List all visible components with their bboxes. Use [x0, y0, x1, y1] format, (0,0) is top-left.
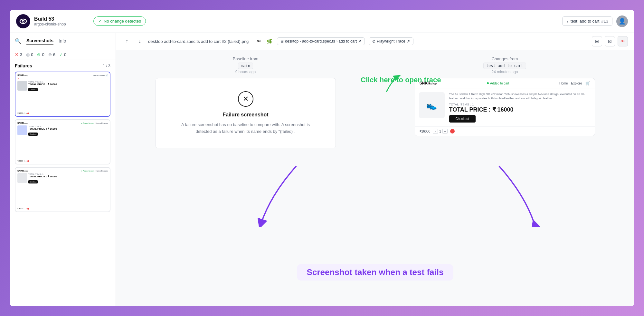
failures-header: Failures 1 / 3	[15, 63, 110, 68]
changes-label: Changes from	[492, 56, 518, 61]
build-title: Build 53	[34, 16, 66, 22]
qty-increase[interactable]: +	[442, 129, 448, 134]
split-view-button[interactable]: ⊟	[592, 36, 602, 46]
eye-icon[interactable]: 👁	[255, 37, 263, 45]
next-button[interactable]: ↓	[135, 37, 144, 46]
check-circle-icon: ✓	[98, 19, 102, 24]
playwright-trace-link[interactable]: ⊙ Playwright Trace ↗	[369, 37, 413, 45]
screenshot-list: SNKRshop Home Explore 🛒 ✕ TOTAL ITEMS : …	[15, 72, 110, 212]
failures-pagination: 1 / 3	[103, 64, 110, 68]
sidebar: 🔍 Screenshots Info ✕ 3 ◎ 0 ⊕ 0 ⊖	[10, 33, 116, 306]
prev-button[interactable]: ↑	[122, 37, 131, 46]
logo-area: Build 53 argos-ci/snkr-shop	[16, 14, 87, 28]
viewer-toolbar: ↑ ↓ desktop add-to-card.spec.ts add to c…	[116, 33, 634, 50]
branch-icon: ⑂	[566, 19, 569, 24]
filter-skipped[interactable]: ◎ 0	[26, 52, 33, 57]
tab-screenshots[interactable]: Screenshots	[26, 37, 53, 45]
snkr-details: The Air Jordan 1 Retro High OG «Crimson …	[449, 92, 591, 123]
filter-added[interactable]: ⊕ 0	[37, 52, 44, 57]
snkr-screenshot-card: SNKRshop Added to cart Home Explore 🛒	[415, 78, 595, 136]
build-subtitle: argos-ci/snkr-shop	[34, 22, 66, 26]
minus-circle-icon: ⊖	[48, 52, 52, 57]
baseline-time: 9 hours ago	[235, 70, 256, 74]
tab-info[interactable]: Info	[59, 37, 66, 45]
filter-removed[interactable]: ⊖ 6	[48, 52, 55, 57]
price-display: ₹16000	[420, 130, 431, 133]
no-change-badge: ✓ No change detected	[93, 16, 146, 26]
viewer: ↑ ↓ desktop add-to-card.spec.ts add to c…	[116, 33, 634, 306]
check-circle-icon-filter: ✓	[59, 52, 63, 57]
filter-unchanged-count: 0	[64, 52, 66, 57]
playwright-trace-label: Playwright Trace	[377, 39, 405, 44]
added-badge-text: Added to cart	[490, 82, 509, 85]
filter-failures[interactable]: ✕ 3	[15, 52, 22, 57]
app-container: Build 53 argos-ci/snkr-shop ✓ No change …	[10, 10, 634, 306]
external-link-icon: ↗	[358, 39, 361, 44]
viewer-content: Baseline from main 9 hours ago ✕ Failure…	[116, 50, 634, 306]
no-change-label: No change detected	[104, 19, 141, 24]
external-link-icon-2: ↗	[407, 39, 410, 44]
nav-home[interactable]: Home	[559, 82, 568, 85]
user-avatar[interactable]: 👤	[616, 15, 628, 27]
snkr-footer: ₹16000 - 1 +	[415, 126, 595, 136]
main-content: 🔍 Screenshots Info ✕ 3 ◎ 0 ⊕ 0 ⊖	[10, 33, 634, 306]
shoe-image: 👟	[419, 92, 445, 118]
failure-x-icon: ✕	[238, 91, 253, 107]
filter-added-count: 0	[42, 52, 44, 57]
added-to-cart-badge: Added to cart	[487, 82, 509, 85]
failures-title: Failures	[15, 63, 32, 68]
failure-desc: A failure screenshot has no baseline to …	[181, 122, 310, 135]
nav-explore[interactable]: Explore	[571, 82, 582, 85]
delete-item-button[interactable]	[450, 129, 455, 133]
snkr-header: SNKRshop Added to cart Home Explore 🛒	[415, 78, 595, 88]
breadcrumb-text: desktop › add-to-card.spec.ts › add to c…	[285, 39, 357, 44]
viewer-actions: 👁 🌿	[255, 37, 273, 45]
plant-icon[interactable]: 🌿	[265, 37, 273, 45]
list-item[interactable]: SNKRshop Home Explore 🛒 ✕ TOTAL ITEMS : …	[15, 72, 110, 117]
search-icon[interactable]: 🔍	[15, 38, 21, 44]
baseline-label: Baseline from	[233, 56, 258, 61]
list-item[interactable]: SNKRshop ● Added to cart Home Explore TO…	[15, 119, 110, 164]
test-badge-label: test: add to cart	[571, 19, 600, 24]
file-icon: ⊞	[280, 39, 284, 44]
qty-controls: - 1 +	[433, 129, 448, 134]
total-price: TOTAL PRICE : ₹ 16000	[449, 106, 591, 113]
snkr-body: 👟 The Air Jordan 1 Retro High OG «Crimso…	[415, 88, 595, 126]
failure-card: ✕ Failure screenshot A failure screensho…	[156, 78, 336, 148]
snkr-logo: SNKRshop	[420, 81, 437, 85]
changes-time: 24 minutes ago	[491, 70, 518, 74]
filter-removed-count: 6	[53, 52, 55, 57]
product-description: The Air Jordan 1 Retro High OG «Crimson …	[449, 92, 591, 100]
sidebar-filters: ✕ 3 ◎ 0 ⊕ 0 ⊖ 6 ✓ 0	[10, 49, 116, 60]
diff-view-button[interactable]: ⊠	[605, 36, 615, 46]
snkr-nav: Home Explore 🛒	[559, 81, 590, 85]
build-info: Build 53 argos-ci/snkr-shop	[34, 16, 66, 26]
playwright-icon: ⊙	[372, 39, 375, 44]
list-item[interactable]: SNKRshop ● Added to cart Home Explore TO…	[15, 167, 110, 212]
qty-decrease[interactable]: -	[433, 129, 438, 134]
overlay-view-button[interactable]: 👁	[618, 36, 628, 46]
breadcrumb-link[interactable]: ⊞ desktop › add-to-card.spec.ts › add to…	[277, 37, 365, 45]
circle-icon: ◎	[26, 52, 30, 57]
cart-icon[interactable]: 🛒	[585, 81, 590, 85]
failures-section: Failures 1 / 3 SNKRshop Home Explore 🛒 ✕	[10, 60, 116, 215]
panel-left: Baseline from main 9 hours ago ✕ Failure…	[116, 50, 375, 306]
panel-right: Changes from test-add-to-cart 24 minutes…	[375, 50, 634, 306]
header-right: ⑂ test: add to cart #13 👤	[562, 15, 628, 27]
checkout-button[interactable]: Checkout	[449, 115, 476, 123]
test-badge[interactable]: ⑂ test: add to cart #13	[562, 16, 612, 26]
viewer-filename: desktop add-to-card.spec.ts add to cart …	[148, 39, 249, 44]
svg-point-2	[23, 21, 24, 22]
test-badge-number: #13	[601, 19, 608, 24]
header: Build 53 argos-ci/snkr-shop ✓ No change …	[10, 10, 634, 33]
plus-circle-icon: ⊕	[37, 52, 41, 57]
total-items-label: TOTAL ITEMS : 1	[449, 103, 591, 106]
baseline-branch: main	[238, 63, 253, 69]
green-dot	[487, 82, 489, 84]
argos-logo[interactable]	[16, 14, 30, 28]
qty-value: 1	[439, 130, 441, 133]
failure-title: Failure screenshot	[223, 112, 268, 118]
changes-branch: test-add-to-cart	[483, 63, 526, 69]
filter-skipped-count: 0	[31, 52, 33, 57]
filter-unchanged[interactable]: ✓ 0	[59, 52, 66, 57]
